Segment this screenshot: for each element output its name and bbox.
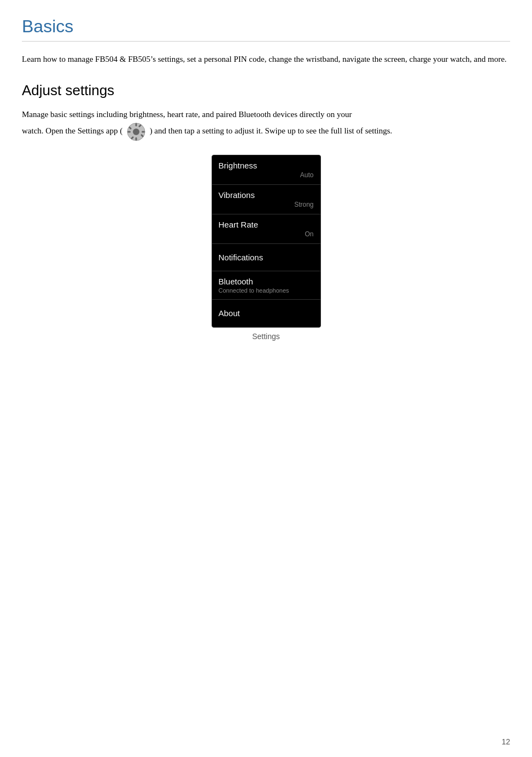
page-title: Basics	[22, 16, 510, 37]
vibrations-label: Vibrations	[219, 190, 314, 200]
svg-rect-4	[127, 131, 131, 132]
svg-rect-3	[135, 137, 137, 141]
svg-rect-2	[135, 123, 137, 126]
heart-rate-value: On	[219, 230, 314, 238]
brightness-row: Brightness Auto	[212, 155, 320, 185]
intro-paragraph: Learn how to manage FB504 & FB505’s sett…	[22, 53, 510, 66]
vibrations-row: Vibrations Strong	[212, 185, 320, 214]
brightness-label: Brightness	[219, 161, 314, 170]
vibrations-value: Strong	[219, 201, 314, 208]
body-text-part2: ) and then tap a setting to adjust it. S…	[150, 126, 393, 135]
page-number: 12	[501, 737, 510, 746]
about-label: About	[219, 308, 314, 318]
notifications-label: Notifications	[219, 253, 314, 262]
bluetooth-row: Bluetooth Connected to headphones	[212, 271, 320, 300]
screen-caption: Settings	[252, 332, 280, 341]
heart-rate-label: Heart Rate	[219, 220, 314, 229]
body-paragraph: Manage basic settings including brightne…	[22, 108, 510, 142]
body-text-middle: watch. Open the Settings app (	[22, 126, 122, 135]
heart-rate-row: Heart Rate On	[212, 214, 320, 244]
settings-app-icon	[126, 122, 146, 142]
svg-point-1	[133, 129, 139, 135]
section-title: Adjust settings	[22, 82, 510, 99]
body-text-part1: Manage basic settings including brightne…	[22, 110, 352, 119]
bluetooth-sublabel: Connected to headphones	[219, 287, 314, 294]
about-row: About	[212, 300, 320, 327]
bluetooth-label: Bluetooth	[219, 277, 314, 286]
settings-image-container: Brightness Auto Vibrations Strong Heart …	[22, 155, 510, 341]
watch-screen: Brightness Auto Vibrations Strong Heart …	[212, 155, 321, 328]
svg-rect-5	[142, 131, 145, 132]
title-divider	[22, 41, 510, 42]
notifications-row: Notifications	[212, 244, 320, 271]
brightness-value: Auto	[219, 171, 314, 179]
